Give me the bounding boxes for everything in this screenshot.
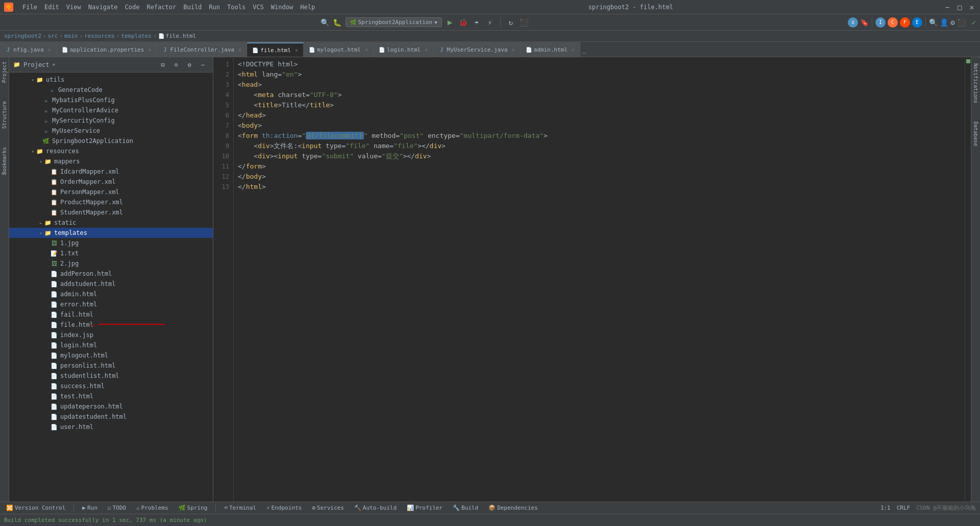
- tab-mylogout[interactable]: 📄 mylogout.html ×: [304, 42, 374, 57]
- menu-refactor[interactable]: Refactor: [143, 3, 179, 12]
- tree-studentmapper[interactable]: 📋 StudentMapper.xml: [9, 207, 213, 218]
- tab-close-nfig[interactable]: ×: [48, 47, 51, 53]
- edge-icon[interactable]: E: [912, 17, 922, 28]
- debug-button[interactable]: 🐞: [458, 17, 469, 28]
- tree-mappers-folder[interactable]: ▾ 📁 mappers: [9, 156, 213, 166]
- stop-icon[interactable]: ⬛: [519, 17, 529, 28]
- tab-close-mylogout[interactable]: ×: [365, 47, 368, 53]
- breadcrumb-resources[interactable]: resources: [84, 33, 115, 39]
- todo-item[interactable]: ☑ TODO: [106, 502, 128, 514]
- tree-success[interactable]: 📄 success.html: [9, 381, 213, 391]
- run-coverage-button[interactable]: ☂: [472, 17, 482, 28]
- more-tabs-icon[interactable]: ⋯: [582, 50, 586, 57]
- tree-user[interactable]: 📄 user.html: [9, 422, 213, 432]
- breadcrumb-filename[interactable]: file.html: [166, 33, 197, 39]
- intellij-browser-icon[interactable]: I: [875, 17, 886, 28]
- search-everywhere-icon[interactable]: 🔍: [929, 18, 938, 27]
- menu-build[interactable]: Build: [180, 3, 205, 12]
- tree-myuserservice[interactable]: ☕ MyUserService: [9, 126, 213, 136]
- tab-close-login[interactable]: ×: [425, 47, 428, 53]
- tree-2jpg[interactable]: 🖼 2.jpg: [9, 258, 213, 269]
- tree-personmapper[interactable]: 📋 PersonMapper.xml: [9, 187, 213, 197]
- menu-view[interactable]: View: [63, 3, 84, 12]
- tree-personlist[interactable]: 📄 personlist.html: [9, 361, 213, 371]
- tab-close-file-html[interactable]: ×: [295, 47, 298, 53]
- tree-springboot2application[interactable]: 🌿 Springboot2Application: [9, 136, 213, 146]
- run-button[interactable]: ▶: [445, 17, 455, 28]
- stop-recording-icon[interactable]: ⬛: [957, 18, 966, 27]
- tab-close-filecontroller[interactable]: ×: [238, 47, 241, 53]
- tree-admin[interactable]: 📄 admin.html: [9, 289, 213, 299]
- breadcrumb-springboot2[interactable]: springboot2: [4, 33, 41, 39]
- breadcrumb-templates[interactable]: templates: [121, 33, 152, 39]
- tree-indexjsp[interactable]: 📄 index.jsp: [9, 330, 213, 340]
- autobuild-item[interactable]: 🔨 Auto-build: [352, 502, 399, 514]
- bookmark-icon[interactable]: 🔖: [860, 18, 869, 27]
- endpoints-item[interactable]: ⚡ Endpoints: [264, 502, 304, 514]
- menu-file[interactable]: File: [19, 3, 40, 12]
- project-dropdown-arrow[interactable]: ▼: [53, 62, 55, 67]
- close-panel-button[interactable]: −: [197, 59, 209, 71]
- project-sidebar-tab[interactable]: Project: [1, 57, 8, 87]
- run-config-search-icon[interactable]: 🔍: [320, 17, 330, 28]
- tree-studentlist[interactable]: 📄 studentlist.html: [9, 371, 213, 381]
- collapse-all-button[interactable]: ⊟: [157, 59, 169, 71]
- version-control-item[interactable]: 🔀 Version Control: [4, 502, 67, 514]
- tab-close-application[interactable]: ×: [148, 47, 151, 53]
- refresh-icon[interactable]: ↻: [506, 17, 516, 28]
- problems-item[interactable]: ⚠ Problems: [134, 502, 170, 514]
- menu-vcs[interactable]: VCS: [250, 3, 267, 12]
- breadcrumb-src[interactable]: src: [47, 33, 58, 39]
- tree-fail[interactable]: 📄 fail.html: [9, 309, 213, 320]
- terminal-item[interactable]: ⌨ Terminal: [222, 502, 258, 514]
- structure-sidebar-tab[interactable]: Structure: [1, 97, 8, 133]
- tree-generatecode[interactable]: ☕ GenerateCode: [9, 85, 213, 95]
- database-sidebar-tab[interactable]: Database: [972, 117, 979, 150]
- menu-navigate[interactable]: Navigate: [85, 3, 121, 12]
- menu-code[interactable]: Code: [122, 3, 143, 12]
- tab-myuserservice[interactable]: J MyUserService.java ×: [433, 42, 520, 57]
- chrome-icon[interactable]: C: [888, 17, 898, 28]
- notifications-sidebar-tab[interactable]: Notifications: [972, 59, 979, 107]
- tree-productmapper[interactable]: 📋 ProductMapper.xml: [9, 197, 213, 207]
- tree-mybatisplusconfig[interactable]: ☕ MybatisPlusConfig: [9, 95, 213, 105]
- close-button[interactable]: ✕: [968, 3, 976, 11]
- tree-file-html[interactable]: 📄 file.html ←: [9, 320, 213, 330]
- tree-addperson[interactable]: 📄 addPerson.html: [9, 269, 213, 279]
- tab-filecontroller[interactable]: J FileController.java ×: [157, 42, 247, 57]
- tree-idcardmapper[interactable]: 📋 IdcardMapper.xml: [9, 166, 213, 177]
- tab-close-admin[interactable]: ×: [572, 47, 575, 53]
- run-config-dropdown[interactable]: 🌿 Springboot2Application ▼: [346, 17, 442, 27]
- run-item[interactable]: ▶ Run: [80, 502, 100, 514]
- user-icon[interactable]: U: [848, 17, 858, 28]
- breadcrumb-main[interactable]: main: [64, 33, 78, 39]
- tree-static-folder[interactable]: ▸ 📁 static: [9, 218, 213, 228]
- tree-utils-folder[interactable]: ▾ 📁 utils: [9, 75, 213, 85]
- menu-run[interactable]: Run: [206, 3, 223, 12]
- tree-templates-folder[interactable]: ▾ 📁 templates: [9, 228, 213, 238]
- spring-item[interactable]: 🌿 Spring: [177, 502, 210, 514]
- tree-updatestudent[interactable]: 📄 updatestudent.html: [9, 412, 213, 422]
- tab-login[interactable]: 📄 login.html ×: [374, 42, 433, 57]
- tree-mycontrolleradvice[interactable]: ☕ MyControllerAdvice: [9, 105, 213, 115]
- menu-window[interactable]: Window: [268, 3, 296, 12]
- build-item[interactable]: 🔧 Build: [451, 502, 480, 514]
- tree-resources-folder[interactable]: ▾ 📁 resources: [9, 146, 213, 156]
- run-with-profiler-button[interactable]: ⚡: [485, 17, 495, 28]
- tree-ordermapper[interactable]: 📋 OrderMapper.xml: [9, 177, 213, 187]
- scroll-to-file-button[interactable]: ⊙: [170, 59, 182, 71]
- tab-admin[interactable]: 📄 admin.html ×: [521, 42, 580, 57]
- menu-edit[interactable]: Edit: [41, 3, 62, 12]
- menu-tools[interactable]: Tools: [224, 3, 249, 12]
- dependencies-item[interactable]: 📦 Dependencies: [486, 502, 540, 514]
- bookmarks-sidebar-tab[interactable]: Bookmarks: [1, 143, 8, 179]
- profiler-item[interactable]: 📊 Profiler: [405, 502, 445, 514]
- code-editor[interactable]: <!DOCTYPE html> <html lang="en"> <head> …: [234, 57, 965, 501]
- maximize-button[interactable]: □: [955, 3, 964, 11]
- tree-1jpg[interactable]: 🖼 1.jpg: [9, 238, 213, 248]
- minimize-button[interactable]: −: [943, 3, 951, 11]
- tree-mylogout[interactable]: 📄 mylogout.html: [9, 350, 213, 361]
- tab-close-myuserservice[interactable]: ×: [512, 47, 515, 53]
- tab-file-html[interactable]: 📄 file.html ×: [247, 42, 304, 57]
- user-avatar-icon[interactable]: 👤: [940, 18, 948, 27]
